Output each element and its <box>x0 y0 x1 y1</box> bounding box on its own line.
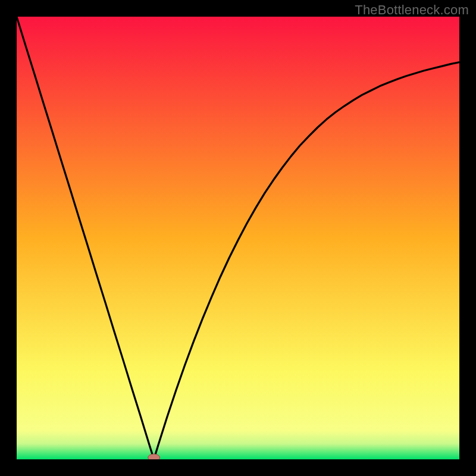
watermark-text: TheBottleneck.com <box>355 2 469 18</box>
minimum-marker <box>148 454 160 459</box>
plot-area <box>17 17 459 459</box>
chart-frame: TheBottleneck.com <box>0 0 476 476</box>
bottleneck-curve-chart <box>17 17 459 459</box>
gradient-background <box>17 17 459 459</box>
